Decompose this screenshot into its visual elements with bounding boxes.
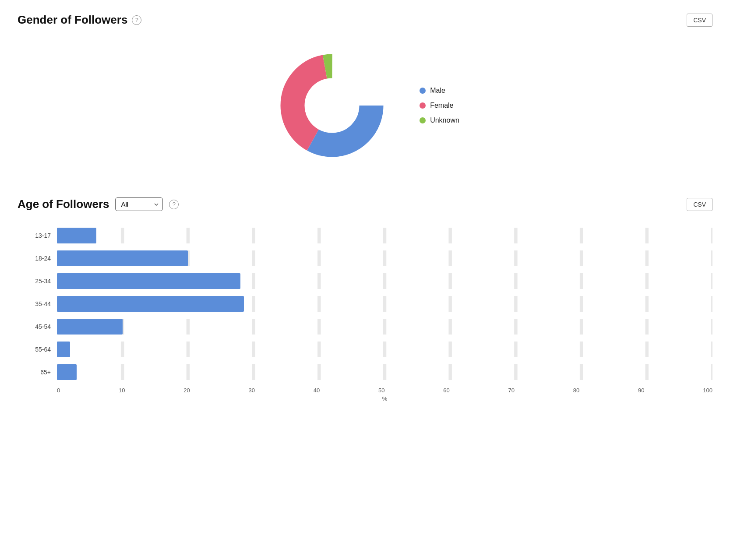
legend-dot-unknown	[420, 117, 426, 123]
bar-chart-wrapper: 13-1718-2425-3435-4445-5455-6465+ 010203…	[18, 224, 712, 402]
x-tick-label: 70	[508, 387, 515, 394]
x-axis-unit: %	[26, 395, 712, 402]
legend-dot-female	[420, 102, 426, 109]
donut-hole	[306, 79, 358, 132]
bar-label: 65+	[26, 369, 57, 376]
bar-label: 18-24	[26, 255, 57, 262]
bar-fill	[57, 319, 123, 335]
bar-label: 35-44	[26, 300, 57, 307]
bar-track	[57, 228, 712, 243]
bar-track	[57, 319, 712, 335]
donut-svg	[271, 44, 393, 167]
bar-fill	[57, 228, 96, 243]
x-tick-label: 20	[183, 387, 190, 394]
x-tick-label: 90	[638, 387, 644, 394]
x-axis-container: 0102030405060708090100	[26, 387, 712, 394]
x-tick-label: 0	[57, 387, 60, 394]
bar-chart: 13-1718-2425-3435-4445-5455-6465+	[26, 224, 712, 384]
legend-item-male: Male	[420, 87, 459, 95]
bar-track	[57, 296, 712, 312]
bar-track	[57, 364, 712, 380]
age-title: Age of Followers	[18, 197, 109, 211]
bar-label: 25-34	[26, 278, 57, 285]
x-tick-label: 50	[378, 387, 384, 394]
gender-help-icon[interactable]: ?	[132, 15, 141, 25]
bar-row: 13-17	[26, 224, 712, 247]
legend-label-female: Female	[430, 102, 453, 109]
bar-track	[57, 273, 712, 289]
bar-row: 65+	[26, 361, 712, 384]
age-filter-select[interactable]: All Male Female Unknown	[115, 197, 163, 211]
legend-dot-male	[420, 88, 426, 94]
bar-row: 55-64	[26, 338, 712, 361]
x-axis-labels: 0102030405060708090100	[57, 387, 712, 394]
legend-item-unknown: Unknown	[420, 116, 459, 124]
age-help-icon[interactable]: ?	[169, 200, 179, 209]
bar-track	[57, 342, 712, 357]
gender-title-group: Gender of Followers ?	[18, 13, 141, 27]
gender-header: Gender of Followers ? CSV	[18, 13, 712, 27]
bar-row: 18-24	[26, 247, 712, 270]
donut-chart	[271, 44, 393, 167]
bar-label: 45-54	[26, 323, 57, 330]
age-csv-button[interactable]: CSV	[687, 198, 712, 211]
legend-label-male: Male	[430, 87, 445, 95]
bar-fill	[57, 250, 188, 266]
donut-container: Male Female Unknown	[18, 35, 712, 176]
gender-title: Gender of Followers	[18, 13, 127, 27]
bar-chart-relative: 13-1718-2425-3435-4445-5455-6465+	[26, 224, 712, 384]
bar-fill	[57, 273, 240, 289]
age-section: Age of Followers All Male Female Unknown…	[18, 197, 712, 402]
x-tick-label: 10	[119, 387, 125, 394]
x-tick-label: 30	[249, 387, 255, 394]
age-title-group: Age of Followers All Male Female Unknown…	[18, 197, 179, 211]
gender-section: Gender of Followers ? CSV M	[18, 13, 712, 176]
gender-csv-button[interactable]: CSV	[687, 14, 712, 27]
bar-label: 13-17	[26, 232, 57, 239]
bar-row: 35-44	[26, 292, 712, 315]
bar-row: 25-34	[26, 270, 712, 292]
x-tick-label: 100	[703, 387, 712, 394]
legend-label-unknown: Unknown	[430, 116, 459, 124]
bar-row: 45-54	[26, 315, 712, 338]
bar-label: 55-64	[26, 346, 57, 353]
age-header: Age of Followers All Male Female Unknown…	[18, 197, 712, 211]
bar-fill	[57, 364, 77, 380]
bar-track	[57, 250, 712, 266]
bar-fill	[57, 342, 70, 357]
x-tick-label: 60	[443, 387, 449, 394]
x-tick-label: 40	[314, 387, 320, 394]
gender-legend: Male Female Unknown	[420, 87, 459, 124]
legend-item-female: Female	[420, 102, 459, 109]
bar-fill	[57, 296, 244, 312]
x-tick-label: 80	[573, 387, 579, 394]
